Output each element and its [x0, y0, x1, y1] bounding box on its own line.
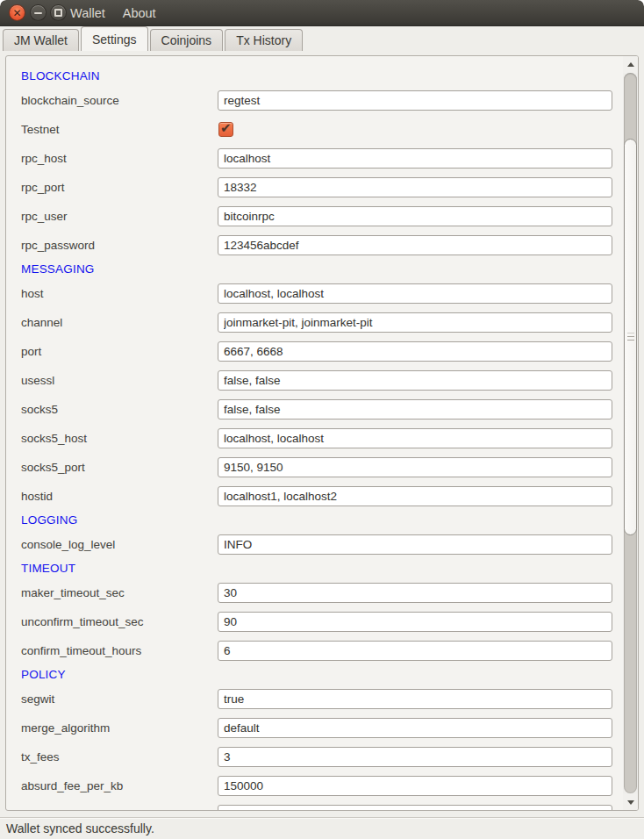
- section-header-messaging: MESSAGING: [6, 260, 623, 279]
- field-row-rpc_password: rpc_password: [6, 231, 623, 260]
- field-label: rpc_port: [21, 173, 65, 202]
- unconfirm_timeout_sec-input[interactable]: [218, 612, 612, 632]
- arrow-up-icon: [627, 62, 634, 67]
- field-row-merge_algorithm: merge_algorithm: [6, 714, 623, 742]
- tab-settings[interactable]: Settings: [81, 26, 148, 51]
- absurd_fee_per_kb-input[interactable]: [218, 776, 612, 796]
- section-header-policy: POLICY: [6, 665, 623, 685]
- section-header-blockchain: BLOCKCHAIN: [6, 67, 623, 86]
- field-label: host: [21, 279, 44, 308]
- section-header-timeout: TIMEOUT: [6, 559, 623, 578]
- console_log_level-input[interactable]: [218, 534, 612, 555]
- close-icon: ✕: [10, 5, 25, 20]
- settings-scroll-area: BLOCKCHAINblockchain_sourceTestnet✔rpc_h…: [5, 55, 639, 811]
- testnet-checkbox[interactable]: ✔: [218, 122, 233, 137]
- field-row-unconfirm_timeout_sec: unconfirm_timeout_sec: [6, 607, 623, 636]
- vertical-scrollbar: [623, 56, 638, 810]
- checkmark-icon: ✔: [220, 120, 232, 136]
- field-label: merge_algorithm: [21, 714, 110, 742]
- tx_fees-input[interactable]: [218, 747, 612, 767]
- scrollbar-track[interactable]: [624, 73, 637, 793]
- field-row-maker_timeout_sec: maker_timeout_sec: [6, 578, 623, 607]
- socks5-input[interactable]: [218, 399, 612, 420]
- scrollbar-down-button[interactable]: [623, 793, 638, 810]
- confirm_timeout_hours-input[interactable]: [218, 641, 612, 661]
- field-label: socks5_host: [21, 424, 87, 453]
- settings-pane: BLOCKCHAINblockchain_sourceTestnet✔rpc_h…: [0, 51, 644, 817]
- field-label: socks5_port: [21, 453, 85, 482]
- field-label: rpc_user: [21, 202, 68, 231]
- rpc_host-input[interactable]: [218, 148, 612, 169]
- field-label: socks5: [21, 395, 58, 424]
- tab-tx-history[interactable]: Tx History: [225, 29, 303, 51]
- minimize-icon: [34, 12, 42, 14]
- minimize-button[interactable]: [30, 4, 47, 21]
- field-row-rpc_host: rpc_host: [6, 144, 623, 173]
- field-label: blockchain_source: [21, 86, 119, 115]
- field-row-socks5_port: socks5_port: [6, 453, 623, 482]
- maker_timeout_sec-input[interactable]: [218, 583, 612, 603]
- settings-form: BLOCKCHAINblockchain_sourceTestnet✔rpc_h…: [6, 56, 623, 811]
- field-row-segwit: segwit: [6, 685, 623, 714]
- partial-field-input[interactable]: [218, 805, 612, 811]
- rpc_password-input[interactable]: [218, 235, 612, 255]
- field-label: console_log_level: [21, 530, 115, 559]
- field-label: rpc_host: [21, 144, 67, 173]
- menu-about[interactable]: About: [116, 0, 163, 26]
- field-row-rpc_user: rpc_user: [6, 202, 623, 231]
- tab-coinjoins[interactable]: Coinjoins: [150, 29, 224, 51]
- field-row-hostid: hostid: [6, 482, 623, 511]
- close-button[interactable]: ✕: [9, 4, 25, 21]
- field-row-channel: channel: [6, 308, 623, 337]
- titlebar: ✕ Wallet About: [0, 0, 644, 26]
- arrow-down-icon: [627, 800, 634, 805]
- field-label: rpc_password: [21, 231, 95, 260]
- field-label: usessl: [21, 366, 54, 395]
- field-row-socks5_host: socks5_host: [6, 424, 623, 453]
- field-row-partial: [6, 800, 623, 811]
- socks5_host-input[interactable]: [218, 428, 612, 448]
- field-label: Testnet: [21, 115, 60, 144]
- section-header-logging: LOGGING: [6, 511, 623, 530]
- host-input[interactable]: [218, 283, 612, 304]
- tab-bar: JM WalletSettingsCoinjoinsTx History: [0, 26, 644, 51]
- status-text: Wallet synced successfully.: [6, 818, 154, 839]
- menu-wallet[interactable]: Wallet: [63, 0, 112, 26]
- merge_algorithm-input[interactable]: [218, 718, 612, 738]
- channel-input[interactable]: [218, 312, 612, 333]
- field-label: channel: [21, 308, 62, 337]
- menubar: Wallet About: [63, 0, 163, 26]
- field-label: maker_timeout_sec: [21, 578, 125, 607]
- field-row-host: host: [6, 279, 623, 308]
- status-bar: Wallet synced successfully.: [0, 817, 644, 839]
- rpc_port-input[interactable]: [218, 177, 612, 197]
- rpc_user-input[interactable]: [218, 206, 612, 226]
- app-window: ✕ Wallet About JM WalletSettingsCoinjoin…: [0, 0, 644, 839]
- blockchain_source-input[interactable]: [218, 90, 612, 111]
- field-label: hostid: [21, 482, 53, 511]
- field-label: port: [21, 337, 41, 366]
- maximize-icon: [54, 9, 62, 17]
- field-row-testnet: Testnet✔: [6, 115, 623, 144]
- field-row-confirm_timeout_hours: confirm_timeout_hours: [6, 636, 623, 665]
- field-row-console_log_level: console_log_level: [6, 530, 623, 559]
- hostid-input[interactable]: [218, 486, 612, 506]
- field-label: confirm_timeout_hours: [21, 636, 141, 665]
- field-row-blockchain_source: blockchain_source: [6, 86, 623, 115]
- tab-jm-wallet[interactable]: JM Wallet: [3, 29, 79, 51]
- field-row-socks5: socks5: [6, 395, 623, 424]
- scrollbar-thumb[interactable]: [624, 139, 637, 535]
- field-row-rpc_port: rpc_port: [6, 173, 623, 202]
- field-row-tx_fees: tx_fees: [6, 742, 623, 771]
- socks5_port-input[interactable]: [218, 457, 612, 477]
- scrollbar-up-button[interactable]: [623, 56, 638, 73]
- field-label: absurd_fee_per_kb: [21, 771, 123, 800]
- field-label: segwit: [21, 685, 54, 714]
- port-input[interactable]: [218, 341, 612, 362]
- field-row-usessl: usessl: [6, 366, 623, 395]
- field-label: tx_fees: [21, 742, 60, 771]
- segwit-input[interactable]: [218, 689, 612, 709]
- scrollbar-grip-icon: [627, 333, 634, 341]
- field-label: unconfirm_timeout_sec: [21, 607, 144, 636]
- usessl-input[interactable]: [218, 370, 612, 391]
